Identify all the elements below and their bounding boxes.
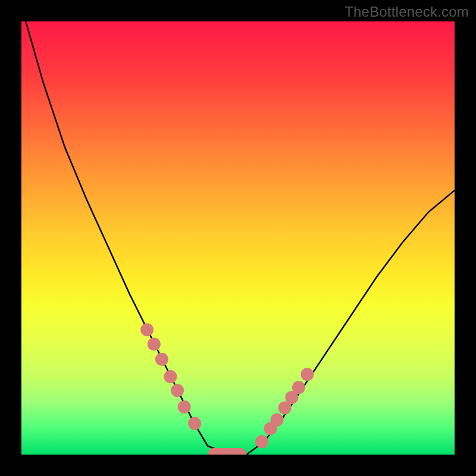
marker-dot bbox=[164, 370, 177, 383]
marker-dot bbox=[271, 414, 284, 427]
marker-dot bbox=[148, 337, 161, 350]
marker-dot bbox=[155, 353, 168, 366]
chart-svg bbox=[21, 21, 455, 455]
marker-dot bbox=[292, 381, 305, 394]
watermark-text: TheBottleneck.com bbox=[345, 4, 469, 20]
curve-line bbox=[26, 21, 455, 455]
chart-frame: TheBottleneck.com bbox=[0, 0, 476, 476]
left-markers bbox=[140, 323, 201, 430]
marker-dot bbox=[255, 435, 268, 448]
flat-segment bbox=[208, 448, 247, 455]
marker-dot bbox=[140, 323, 154, 336]
marker-dot bbox=[301, 368, 314, 381]
marker-dot bbox=[188, 417, 201, 430]
marker-dot bbox=[171, 384, 184, 397]
plot-area bbox=[21, 21, 455, 455]
right-markers bbox=[255, 368, 314, 448]
marker-dot bbox=[178, 400, 191, 414]
